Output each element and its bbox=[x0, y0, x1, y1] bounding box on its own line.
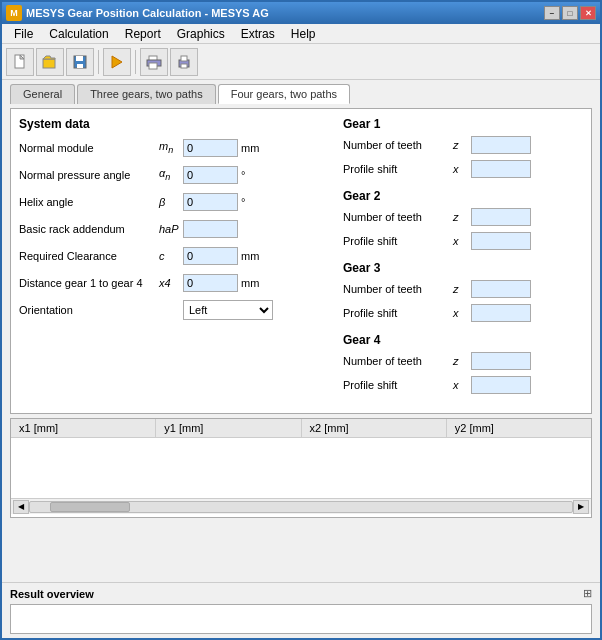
svg-rect-8 bbox=[149, 63, 157, 69]
svg-marker-5 bbox=[112, 56, 122, 68]
clearance-symbol: c bbox=[159, 250, 183, 262]
maximize-button[interactable]: □ bbox=[562, 6, 578, 20]
gear-2-teeth-input[interactable] bbox=[471, 208, 531, 226]
system-data-title: System data bbox=[19, 117, 333, 131]
table-header: x1 [mm] y1 [mm] x2 [mm] y2 [mm] bbox=[11, 419, 591, 438]
clearance-input[interactable] bbox=[183, 247, 238, 265]
svg-rect-4 bbox=[77, 64, 83, 68]
scrollbar-thumb[interactable] bbox=[50, 502, 130, 512]
run-button[interactable] bbox=[103, 48, 131, 76]
clearance-label: Required Clearance bbox=[19, 250, 159, 262]
toolbar-separator-2 bbox=[135, 50, 136, 74]
normal-module-label: Normal module bbox=[19, 142, 159, 154]
menu-file[interactable]: File bbox=[6, 25, 41, 43]
new-button[interactable] bbox=[6, 48, 34, 76]
helix-angle-input[interactable] bbox=[183, 193, 238, 211]
gear-1-shift-row: Profile shift x bbox=[343, 159, 583, 179]
minimize-button[interactable]: − bbox=[544, 6, 560, 20]
menu-calculation[interactable]: Calculation bbox=[41, 25, 116, 43]
gear-1-shift-label: Profile shift bbox=[343, 163, 453, 175]
pressure-angle-symbol: αn bbox=[159, 167, 183, 182]
print-preview-button[interactable] bbox=[140, 48, 168, 76]
svg-rect-3 bbox=[76, 56, 83, 61]
gear-4-shift-input[interactable] bbox=[471, 376, 531, 394]
close-button[interactable]: ✕ bbox=[580, 6, 596, 20]
tab-four-gears[interactable]: Four gears, two paths bbox=[218, 84, 350, 104]
gear-2-shift-label: Profile shift bbox=[343, 235, 453, 247]
gear-4-shift-label: Profile shift bbox=[343, 379, 453, 391]
helix-angle-label: Helix angle bbox=[19, 196, 159, 208]
gear-4-teeth-row: Number of teeth z bbox=[343, 351, 583, 371]
gear-1-shift-symbol: x bbox=[453, 163, 471, 175]
gears-panel: Gear 1 Number of teeth z Profile shift x… bbox=[343, 117, 583, 405]
app-icon: M bbox=[6, 5, 22, 21]
svg-rect-10 bbox=[181, 56, 187, 61]
clearance-unit: mm bbox=[241, 250, 265, 262]
toolbar bbox=[2, 44, 600, 80]
col-header-x1: x1 [mm] bbox=[11, 419, 156, 437]
field-row-distance: Distance gear 1 to gear 4 x4 mm bbox=[19, 272, 333, 294]
field-row-orientation: Orientation Left Right bbox=[19, 299, 333, 321]
window-title: MESYS Gear Position Calculation - MESYS … bbox=[26, 7, 544, 19]
svg-rect-11 bbox=[181, 64, 187, 68]
rack-addendum-label: Basic rack addendum bbox=[19, 223, 159, 235]
gear-3-section: Gear 3 Number of teeth z Profile shift x bbox=[343, 261, 583, 323]
toolbar-separator-1 bbox=[98, 50, 99, 74]
gear-3-shift-row: Profile shift x bbox=[343, 303, 583, 323]
scroll-right-button[interactable]: ▶ bbox=[573, 500, 589, 514]
content-panel: System data Normal module mn mm Normal p… bbox=[10, 108, 592, 414]
gear-2-shift-symbol: x bbox=[453, 235, 471, 247]
open-button[interactable] bbox=[36, 48, 64, 76]
gear-1-teeth-label: Number of teeth bbox=[343, 139, 453, 151]
gear-3-title: Gear 3 bbox=[343, 261, 583, 275]
gear-4-teeth-input[interactable] bbox=[471, 352, 531, 370]
save-button[interactable] bbox=[66, 48, 94, 76]
menu-help[interactable]: Help bbox=[283, 25, 324, 43]
gear-2-teeth-label: Number of teeth bbox=[343, 211, 453, 223]
print-button[interactable] bbox=[170, 48, 198, 76]
window-controls: − □ ✕ bbox=[544, 6, 596, 20]
tab-three-gears[interactable]: Three gears, two paths bbox=[77, 84, 216, 104]
distance-input[interactable] bbox=[183, 274, 238, 292]
result-overview-bar: Result overview ⊞ bbox=[2, 582, 600, 604]
helix-angle-symbol: β bbox=[159, 196, 183, 208]
gear-1-teeth-row: Number of teeth z bbox=[343, 135, 583, 155]
menu-extras[interactable]: Extras bbox=[233, 25, 283, 43]
scrollbar-track[interactable] bbox=[29, 501, 573, 513]
app-window: M MESYS Gear Position Calculation - MESY… bbox=[0, 0, 602, 640]
system-data-panel: System data Normal module mn mm Normal p… bbox=[19, 117, 333, 405]
normal-module-unit: mm bbox=[241, 142, 265, 154]
result-overview-icon[interactable]: ⊞ bbox=[583, 587, 592, 600]
helix-angle-unit: ° bbox=[241, 196, 265, 208]
field-row-helix-angle: Helix angle β ° bbox=[19, 191, 333, 213]
title-bar: M MESYS Gear Position Calculation - MESY… bbox=[2, 2, 600, 24]
gear-2-shift-input[interactable] bbox=[471, 232, 531, 250]
col-header-x2: x2 [mm] bbox=[302, 419, 447, 437]
gear-3-teeth-row: Number of teeth z bbox=[343, 279, 583, 299]
gear-3-shift-input[interactable] bbox=[471, 304, 531, 322]
tab-general[interactable]: General bbox=[10, 84, 75, 104]
horizontal-scrollbar[interactable]: ◀ ▶ bbox=[11, 498, 591, 514]
distance-unit: mm bbox=[241, 277, 265, 289]
rack-addendum-input[interactable] bbox=[183, 220, 238, 238]
gear-2-teeth-symbol: z bbox=[453, 211, 471, 223]
gear-1-teeth-symbol: z bbox=[453, 139, 471, 151]
menu-report[interactable]: Report bbox=[117, 25, 169, 43]
gear-2-title: Gear 2 bbox=[343, 189, 583, 203]
gear-3-teeth-label: Number of teeth bbox=[343, 283, 453, 295]
pressure-angle-input[interactable] bbox=[183, 166, 238, 184]
scroll-left-button[interactable]: ◀ bbox=[13, 500, 29, 514]
normal-module-input[interactable] bbox=[183, 139, 238, 157]
rack-addendum-symbol: haP bbox=[159, 223, 183, 235]
result-area bbox=[10, 604, 592, 634]
orientation-select[interactable]: Left Right bbox=[183, 300, 273, 320]
gear-2-teeth-row: Number of teeth z bbox=[343, 207, 583, 227]
gear-1-teeth-input[interactable] bbox=[471, 136, 531, 154]
gear-3-teeth-input[interactable] bbox=[471, 280, 531, 298]
field-row-clearance: Required Clearance c mm bbox=[19, 245, 333, 267]
pressure-angle-label: Normal pressure angle bbox=[19, 169, 159, 181]
gear-4-teeth-symbol: z bbox=[453, 355, 471, 367]
menu-graphics[interactable]: Graphics bbox=[169, 25, 233, 43]
gear-1-shift-input[interactable] bbox=[471, 160, 531, 178]
distance-symbol: x4 bbox=[159, 277, 183, 289]
